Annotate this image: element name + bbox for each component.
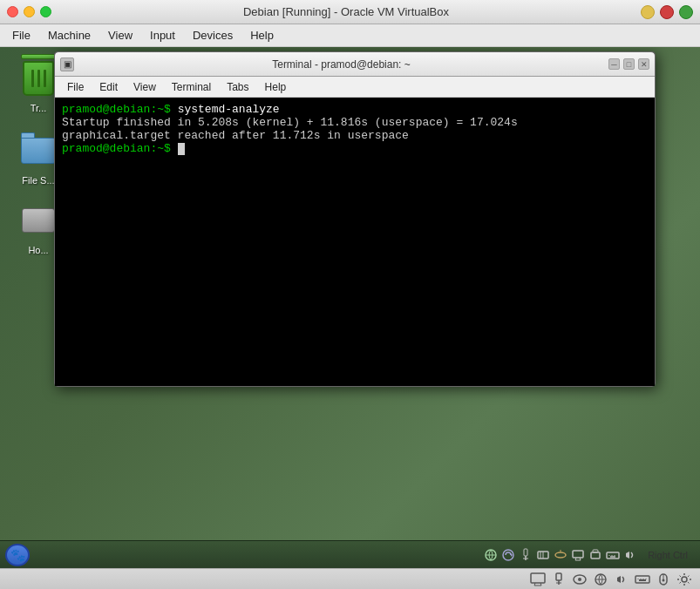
terminal-menu-edit[interactable]: Edit bbox=[92, 79, 125, 95]
vbox-statusbar bbox=[0, 568, 700, 589]
vbox-menu-help[interactable]: Help bbox=[243, 26, 281, 44]
terminal-controls: ─ □ ✕ bbox=[608, 58, 649, 70]
terminal-icon: ▣ bbox=[60, 58, 74, 71]
svg-rect-16 bbox=[591, 552, 600, 559]
vbox-btn-green[interactable] bbox=[679, 5, 693, 19]
svg-point-10 bbox=[555, 552, 566, 558]
terminal-menubar: File Edit View Terminal Tabs Help bbox=[55, 77, 655, 98]
svg-point-42 bbox=[663, 579, 665, 581]
status-icon-disk[interactable] bbox=[571, 572, 588, 587]
svg-rect-18 bbox=[607, 552, 619, 559]
home-icon-label: Ho... bbox=[28, 245, 48, 255]
terminal-cmd-2 bbox=[171, 142, 178, 155]
status-icon-net[interactable] bbox=[592, 572, 609, 587]
svg-rect-17 bbox=[593, 550, 598, 552]
status-icon-usb[interactable] bbox=[550, 572, 567, 587]
terminal-window-controls: ▣ bbox=[60, 58, 74, 71]
svg-marker-3 bbox=[511, 553, 513, 557]
taskbar-right: Right Ctrl bbox=[483, 547, 695, 563]
svg-point-31 bbox=[578, 578, 581, 581]
filesystem-icon-label: File S... bbox=[22, 175, 54, 186]
vbox-minimize-button[interactable] bbox=[24, 6, 35, 17]
terminal-line-2: Startup finished in 5.208s (kernel) + 11… bbox=[62, 116, 648, 129]
home-drive-icon bbox=[17, 200, 59, 241]
tray-icon-device1[interactable] bbox=[535, 547, 551, 563]
status-icon-sound[interactable] bbox=[613, 572, 630, 587]
terminal-menu-tabs[interactable]: Tabs bbox=[220, 79, 255, 95]
tray-icon-usb[interactable] bbox=[518, 547, 533, 563]
status-icon-mouse[interactable] bbox=[655, 572, 672, 587]
terminal-title: Terminal - pramod@debian: ~ bbox=[79, 58, 603, 71]
terminal-line-1: pramod@debian:~$ systemd-analyze bbox=[62, 103, 648, 116]
right-ctrl-label: Right Ctrl bbox=[641, 550, 695, 560]
vbox-maximize-button[interactable] bbox=[40, 6, 51, 17]
status-icon-settings[interactable] bbox=[676, 572, 693, 587]
vbox-menubar: File Machine View Input Devices Help bbox=[0, 24, 700, 47]
vbox-title: Debian [Running] - Oracle VM VirtualBox bbox=[51, 5, 641, 18]
terminal-menu-terminal[interactable]: Terminal bbox=[165, 79, 218, 95]
vbox-btn-red[interactable] bbox=[660, 5, 674, 19]
taskbar: 🐾 bbox=[0, 540, 700, 568]
terminal-window: ▣ Terminal - pramod@debian: ~ ─ □ ✕ File… bbox=[54, 51, 656, 387]
vbox-menu-input[interactable]: Input bbox=[143, 26, 182, 44]
terminal-prompt-2: pramod@debian:~$ bbox=[62, 142, 171, 155]
tray-icon-sound[interactable] bbox=[622, 547, 638, 563]
terminal-output-2: graphical.target reached after 11.712s i… bbox=[62, 129, 409, 142]
svg-point-43 bbox=[682, 577, 687, 582]
vbox-titlebar: Debian [Running] - Oracle VM VirtualBox bbox=[0, 0, 700, 24]
vbox-menu-view[interactable]: View bbox=[101, 26, 139, 44]
vbox-window-controls bbox=[7, 6, 51, 17]
terminal-body[interactable]: pramod@debian:~$ systemd-analyze Startup… bbox=[55, 98, 655, 386]
system-tray bbox=[483, 547, 638, 563]
terminal-titlebar: ▣ Terminal - pramod@debian: ~ ─ □ ✕ bbox=[55, 52, 655, 77]
svg-rect-27 bbox=[556, 573, 561, 580]
trash-icon-label: Tr... bbox=[31, 103, 47, 113]
terminal-line-3: graphical.target reached after 11.712s i… bbox=[62, 129, 648, 142]
tray-icon-display[interactable] bbox=[570, 547, 586, 563]
svg-rect-4 bbox=[524, 549, 527, 556]
terminal-cmd-1: systemd-analyze bbox=[171, 103, 280, 116]
terminal-output-1: Startup finished in 5.208s (kernel) + 11… bbox=[62, 116, 518, 129]
virtualbox-window: Debian [Running] - Oracle VM VirtualBox … bbox=[0, 0, 700, 589]
start-icon: 🐾 bbox=[10, 548, 25, 562]
terminal-menu-file[interactable]: File bbox=[60, 79, 91, 95]
start-button[interactable]: 🐾 bbox=[5, 544, 30, 566]
vbox-menu-devices[interactable]: Devices bbox=[186, 26, 240, 44]
filesystem-icon bbox=[17, 130, 59, 172]
vbox-menu-file[interactable]: File bbox=[5, 26, 37, 44]
terminal-maximize-btn[interactable]: □ bbox=[623, 58, 635, 70]
terminal-menu-help[interactable]: Help bbox=[258, 79, 294, 95]
tray-icon-network[interactable] bbox=[483, 547, 499, 563]
terminal-line-4: pramod@debian:~$ bbox=[62, 142, 648, 155]
trash-icon bbox=[17, 58, 59, 99]
terminal-close-btn[interactable]: ✕ bbox=[638, 58, 649, 70]
terminal-menu-view[interactable]: View bbox=[126, 79, 163, 95]
vbox-menu-machine[interactable]: Machine bbox=[41, 26, 98, 44]
svg-rect-23 bbox=[531, 573, 545, 583]
status-icon-display[interactable] bbox=[529, 572, 547, 587]
vbox-close-button[interactable] bbox=[7, 6, 18, 17]
vbox-btn-yellow[interactable] bbox=[641, 5, 655, 19]
tray-icon-device3[interactable] bbox=[588, 547, 603, 563]
tray-icon-keyboard[interactable] bbox=[605, 547, 621, 563]
tray-icon-device2[interactable] bbox=[553, 547, 568, 563]
terminal-cursor bbox=[178, 143, 185, 155]
vm-desktop: Tr... File S... Ho... ▣ bbox=[0, 47, 700, 568]
terminal-prompt-1: pramod@debian:~$ bbox=[62, 103, 171, 116]
status-icon-keyboard[interactable] bbox=[634, 572, 651, 587]
terminal-minimize-btn[interactable]: ─ bbox=[608, 58, 620, 70]
svg-rect-12 bbox=[573, 551, 583, 558]
vbox-right-controls bbox=[641, 5, 693, 19]
tray-icon-update[interactable] bbox=[500, 547, 516, 563]
